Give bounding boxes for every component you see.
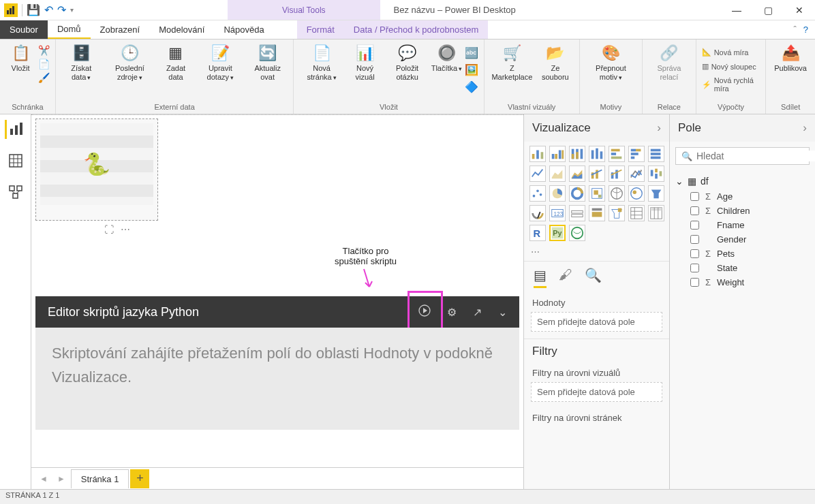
python-visual-placeholder[interactable]: 🐍 ⛶ ⋯	[35, 119, 158, 221]
close-button[interactable]: ✕	[784, 0, 815, 20]
visual-filters-drop[interactable]: Sem přidejte datová pole	[531, 382, 662, 402]
viz-type-23[interactable]	[569, 205, 585, 221]
viz-type-3[interactable]	[589, 146, 605, 162]
field-checkbox[interactable]	[690, 206, 699, 215]
image-icon[interactable]: 🖼️	[465, 63, 478, 76]
viz-type-6[interactable]	[648, 146, 664, 162]
save-icon[interactable]: 💾	[27, 3, 40, 16]
field-item-fname[interactable]: Fname	[675, 218, 810, 232]
viz-type-10[interactable]	[589, 166, 605, 182]
field-item-pets[interactable]: ΣPets	[675, 247, 810, 261]
report-canvas[interactable]: 🐍 ⛶ ⋯ Tlačítko pro spuštění skriptu Edit…	[31, 114, 523, 467]
textbox-icon[interactable]: 🔤	[465, 46, 478, 59]
new-visual-button[interactable]: 📊Nový vizuál	[347, 42, 383, 83]
viz-type-7[interactable]	[529, 166, 546, 182]
cut-icon[interactable]: ✂️	[38, 45, 50, 56]
viz-type-11[interactable]	[609, 166, 625, 182]
fields-header[interactable]: Pole›	[670, 114, 815, 142]
collapse-editor-icon[interactable]: ⌄	[498, 306, 507, 319]
edit-queries-button[interactable]: 📝Upravit dotazy	[196, 42, 245, 83]
more-visuals-icon[interactable]: ⋯	[524, 245, 669, 261]
values-drop-area[interactable]: Sem přidejte datová pole	[531, 312, 662, 332]
viz-type-30[interactable]	[569, 225, 585, 241]
buttons-button[interactable]: 🔘Tlačítka	[431, 42, 462, 74]
new-column-button[interactable]: ▥Nový sloupec	[702, 61, 760, 72]
format-painter-icon[interactable]: 🖌️	[38, 72, 50, 83]
visualizations-header[interactable]: Vizualizace›	[524, 114, 669, 142]
page-prev-button[interactable]: ◄	[35, 474, 52, 484]
tab-home[interactable]: Domů	[48, 20, 91, 39]
field-item-state[interactable]: State	[675, 261, 810, 275]
focus-mode-icon[interactable]: ⛶	[104, 224, 114, 235]
tab-view[interactable]: Zobrazení	[91, 20, 150, 39]
add-page-button[interactable]: +	[130, 469, 149, 488]
switch-theme-button[interactable]: 🎨Přepnout motiv	[585, 42, 636, 83]
viz-type-19[interactable]	[628, 185, 645, 202]
collapse-ribbon-icon[interactable]: ˆ	[793, 25, 796, 35]
more-options-icon[interactable]: ⋯	[121, 224, 130, 235]
viz-type-14[interactable]	[529, 185, 546, 202]
tab-format[interactable]: Formát	[297, 20, 344, 39]
field-item-weight[interactable]: ΣWeight	[675, 275, 810, 289]
viz-type-27[interactable]	[648, 205, 664, 221]
redo-icon[interactable]: ↷	[57, 3, 66, 16]
undo-icon[interactable]: ↶	[44, 3, 53, 16]
popout-icon[interactable]: ↗	[473, 306, 482, 319]
recent-sources-button[interactable]: 🕒Poslední zdroje	[104, 42, 155, 83]
viz-type-29[interactable]: Py	[549, 225, 566, 241]
field-checkbox[interactable]	[690, 249, 699, 258]
run-script-button[interactable]	[418, 307, 431, 319]
viz-type-12[interactable]	[628, 166, 645, 182]
new-page-button[interactable]: 📄Nová stránka	[299, 42, 344, 83]
viz-type-13[interactable]	[648, 166, 664, 182]
new-measure-button[interactable]: 📐Nová míra	[702, 46, 760, 58]
viz-type-22[interactable]: 123	[549, 205, 566, 221]
paste-button[interactable]: 📋 Vložit	[5, 42, 35, 74]
viz-type-26[interactable]	[628, 205, 645, 221]
data-view-button[interactable]	[6, 151, 25, 170]
viz-type-18[interactable]	[609, 185, 625, 202]
quick-measure-button[interactable]: ⚡Nová rychlá míra	[702, 75, 760, 94]
fields-search[interactable]: 🔍	[675, 147, 810, 165]
get-data-button[interactable]: 🗄️Získat data	[61, 42, 101, 83]
field-item-gender[interactable]: Gender	[675, 232, 810, 247]
refresh-button[interactable]: 🔄Aktualiz ovat	[247, 42, 288, 83]
script-options-icon[interactable]: ⚙	[447, 306, 457, 319]
viz-type-20[interactable]	[648, 185, 664, 202]
viz-type-15[interactable]	[549, 185, 566, 202]
field-table-df[interactable]: ⌄ ▦ df	[675, 173, 810, 189]
model-view-button[interactable]	[6, 183, 25, 202]
field-checkbox[interactable]	[690, 192, 699, 201]
tab-modeling[interactable]: Modelování	[149, 20, 214, 39]
fields-search-input[interactable]	[696, 151, 815, 161]
viz-type-9[interactable]	[569, 166, 585, 182]
python-editor-body[interactable]: Skriptování zahájíte přetažením polí do …	[35, 328, 519, 430]
shapes-icon[interactable]: 🔷	[465, 80, 478, 93]
page-next-button[interactable]: ►	[53, 474, 70, 484]
viz-type-17[interactable]	[589, 185, 605, 202]
tab-help[interactable]: Nápověda	[214, 20, 273, 39]
marketplace-button[interactable]: 🛒Z Marketplace	[490, 42, 534, 83]
analytics-tab-icon[interactable]: 🔍	[585, 267, 602, 288]
field-checkbox[interactable]	[690, 278, 699, 287]
qat-dropdown-icon[interactable]: ▾	[70, 6, 74, 14]
from-file-button[interactable]: 📂Ze souboru	[537, 42, 574, 83]
help-icon[interactable]: ?	[803, 25, 808, 35]
maximize-button[interactable]: ▢	[752, 0, 784, 20]
viz-type-1[interactable]	[549, 146, 566, 162]
enter-data-button[interactable]: ▦Zadat data	[158, 42, 193, 83]
field-checkbox[interactable]	[690, 235, 699, 244]
viz-type-28[interactable]: R	[529, 225, 546, 241]
field-item-children[interactable]: ΣChildren	[675, 204, 810, 218]
viz-type-0[interactable]	[529, 146, 546, 162]
ask-question-button[interactable]: 💬Položit otázku	[386, 42, 429, 83]
field-item-age[interactable]: ΣAge	[675, 189, 810, 204]
viz-type-21[interactable]	[529, 205, 546, 221]
minimize-button[interactable]: —	[721, 0, 752, 20]
format-tab-icon[interactable]: 🖌	[559, 267, 572, 288]
viz-type-16[interactable]	[569, 185, 585, 202]
publish-button[interactable]: 📤Publikova	[771, 42, 810, 74]
field-checkbox[interactable]	[690, 264, 699, 272]
tab-drill[interactable]: Data / Přechod k podrobnostem	[344, 20, 489, 39]
copy-icon[interactable]: 📄	[38, 59, 50, 69]
